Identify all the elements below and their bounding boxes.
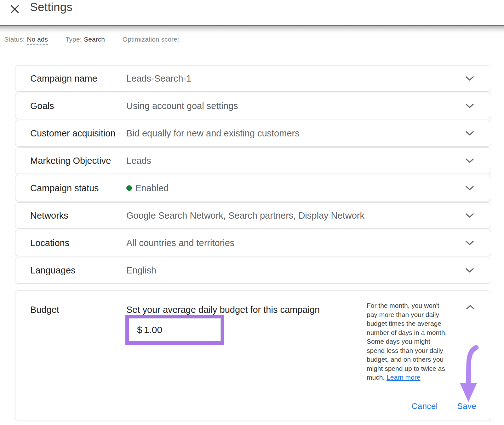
chevron-down-icon[interactable] <box>465 213 474 218</box>
row-goals[interactable]: Goals Using account goal settings <box>15 93 491 119</box>
settings-header: Settings <box>0 0 504 25</box>
optimization-score-label: Optimization score: <box>123 36 179 43</box>
chevron-up-icon <box>466 306 475 311</box>
chevron-down-icon[interactable] <box>465 76 474 81</box>
status-value[interactable]: No ads <box>27 36 48 45</box>
type-value: Search <box>84 36 105 43</box>
type-field: Type:Search <box>66 36 105 43</box>
budget-label: Budget <box>30 305 59 315</box>
optimization-score-value: – <box>181 36 185 43</box>
chevron-down-icon[interactable] <box>465 131 474 136</box>
row-value: Bid equally for new and existing custome… <box>126 128 465 139</box>
collapse-button[interactable] <box>466 305 475 311</box>
type-label: Type: <box>66 36 82 43</box>
row-label: Locations <box>30 237 126 249</box>
chevron-down-icon[interactable] <box>465 158 474 163</box>
row-locations[interactable]: Locations All countries and territories <box>15 230 491 256</box>
status-field: Status:No ads <box>4 36 48 43</box>
save-button[interactable]: Save <box>457 401 476 411</box>
row-campaign-name[interactable]: Campaign name Leads-Search-1 <box>15 65 491 92</box>
row-label: Marketing Objective <box>30 154 126 167</box>
row-label: Languages <box>30 264 126 277</box>
chevron-down-icon[interactable] <box>465 268 474 273</box>
row-value: Leads <box>126 156 465 166</box>
row-customer-acquisition[interactable]: Customer acquisition Bid equally for new… <box>15 120 491 146</box>
close-icon <box>10 4 20 15</box>
row-value: English <box>126 265 465 276</box>
row-label: Campaign name <box>30 72 126 85</box>
row-value: Google Search Network, Search partners, … <box>126 210 465 221</box>
green-status-dot-icon <box>126 185 132 191</box>
page-title: Settings <box>30 1 72 14</box>
row-label: Customer acquisition <box>30 127 126 140</box>
daily-budget-input[interactable]: $ 1.00 <box>129 318 221 341</box>
row-label: Campaign status <box>30 182 126 194</box>
row-value: Enabled <box>126 183 465 193</box>
row-networks[interactable]: Networks Google Search Network, Search p… <box>15 202 491 229</box>
help-divider <box>357 302 357 383</box>
settings-panel: Campaign name Leads-Search-1 Goals Using… <box>0 52 504 421</box>
row-value: Using account goal settings <box>126 101 465 111</box>
budget-instruction: Set your average daily budget for this c… <box>126 305 320 315</box>
row-campaign-status[interactable]: Campaign status Enabled <box>15 175 491 201</box>
row-label: Networks <box>30 209 126 222</box>
optimization-score-field: Optimization score:– <box>123 36 185 43</box>
learn-more-link[interactable]: Learn more <box>387 374 420 381</box>
chevron-down-icon[interactable] <box>465 186 474 191</box>
chevron-down-icon[interactable] <box>465 103 474 108</box>
row-budget-expanded: Budget Set your average daily budget for… <box>15 290 491 421</box>
header-scroll-shadow <box>0 25 504 33</box>
cancel-button[interactable]: Cancel <box>412 401 438 411</box>
row-label: Goals <box>30 100 126 112</box>
chevron-down-icon[interactable] <box>465 240 474 245</box>
budget-help-text: For the month, you won't pay more than y… <box>367 301 461 382</box>
currency-symbol: $ <box>137 324 142 335</box>
row-languages[interactable]: Languages English <box>15 257 491 284</box>
purple-highlight-annotation: $ 1.00 <box>125 315 224 345</box>
row-value: Leads-Search-1 <box>126 73 465 84</box>
status-enabled-text: Enabled <box>135 183 169 193</box>
status-label: Status: <box>4 36 25 43</box>
row-marketing-objective[interactable]: Marketing Objective Leads <box>15 147 491 174</box>
row-value: All countries and territories <box>126 238 465 248</box>
budget-footer: Cancel Save <box>15 392 491 421</box>
close-button[interactable] <box>8 3 21 16</box>
campaign-status-bar: Status:No ads Type:Search Optimization s… <box>0 33 504 52</box>
daily-budget-value: 1.00 <box>144 324 162 335</box>
